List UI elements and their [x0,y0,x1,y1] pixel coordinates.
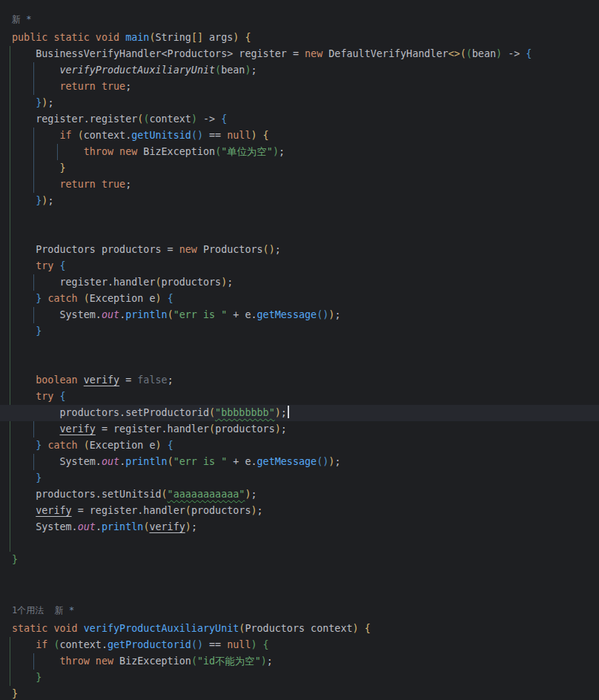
code-token: productors [191,505,251,516]
code-token: verify [84,374,119,386]
code-line[interactable]: } catch (Exception e) { [12,291,599,307]
code-token: + e. [227,456,257,467]
code-token: ; [251,65,257,76]
code-line[interactable]: } [12,470,599,486]
inlay-hint-line[interactable]: 1个用法 新 * [12,601,599,621]
code-line[interactable]: return true; [12,79,599,95]
code-line[interactable]: } catch (Exception e) { [12,438,599,454]
code-token: try [36,260,53,271]
code-token: } [12,326,42,337]
code-line[interactable]: try { [12,389,599,405]
code-line[interactable] [12,209,599,225]
code-token: Exception e [90,293,156,304]
code-token: verifyProductAuxiliaryUnit [60,65,216,76]
code-line[interactable]: } [12,160,599,176]
code-token: ( [168,309,173,320]
code-token: ( [78,130,84,141]
code-token [12,65,60,76]
code-line[interactable] [12,535,599,552]
code-line[interactable]: System.out.println(verify); [12,519,599,535]
code-token: -> [197,113,221,125]
code-token [12,440,36,451]
code-line[interactable]: } [12,670,599,686]
code-line[interactable]: }); [12,193,599,209]
code-token [162,440,168,451]
code-line[interactable]: } [12,552,599,568]
code-line[interactable]: verify = register.handler(productors); [12,421,599,438]
code-token: ; [279,146,285,157]
code-token: ) [275,407,281,418]
code-token: ) [269,244,275,255]
code-line[interactable] [12,340,599,356]
code-token: ( [215,65,221,76]
code-line[interactable]: try { [12,258,599,274]
code-line[interactable] [12,584,599,601]
code-line[interactable]: } [12,323,599,340]
code-editor[interactable]: 新 *public static void main(String[] args… [0,0,599,700]
code-line[interactable]: productors.setUnitsid("aaaaaaaaaaa"); [12,486,599,503]
code-token: System. [12,521,78,532]
code-token: try [36,391,53,402]
code-line[interactable]: verify = register.handler(productors); [12,503,599,519]
code-token: getUnitsid [131,130,191,141]
code-line[interactable]: boolean verify = false; [12,372,599,389]
code-area[interactable]: 新 *public static void main(String[] args… [0,0,599,700]
code-line[interactable]: throw new BizException("单位为空"); [12,144,599,160]
code-token: BusinessVerifyHandler<Productors> regist… [12,48,305,59]
code-token: out [78,521,96,532]
code-token: bean [221,65,245,76]
code-token: register.register [12,113,137,125]
code-token: context. [60,639,108,650]
code-token: ; [125,179,131,190]
inlay-hint-line[interactable]: 新 * [12,10,599,30]
code-token: ( [466,48,472,59]
code-line[interactable] [12,568,599,584]
code-line[interactable]: register.handler(productors); [12,274,599,291]
code-line[interactable] [12,225,599,242]
code-line[interactable]: if (context.getUnitsid() == null) { [12,128,599,144]
code-token: if [60,130,72,141]
code-line[interactable]: Productors productors = new Productors()… [12,242,599,258]
code-line[interactable]: verifyProductAuxiliaryUnit(bean); [12,62,599,79]
code-token: verify [36,505,71,516]
code-token: + e. [227,309,257,320]
code-token: ; [275,244,281,255]
code-token: ( [168,456,173,467]
code-line[interactable]: throw new BizException("id不能为空"); [12,653,599,670]
code-line[interactable]: System.out.println("err is " + e.getMess… [12,307,599,323]
code-token [78,293,84,304]
code-token: null [227,130,251,141]
code-token: out [102,309,119,320]
code-token: { [168,440,173,451]
code-line[interactable]: productors.setProductorid("bbbbbbbb"); [0,405,599,421]
code-token: ) [197,130,203,141]
code-token: ( [185,505,191,516]
code-token: return true [60,179,126,190]
code-token: System. [12,456,102,467]
code-token [12,656,60,667]
code-line[interactable]: if (context.getProductorid() == null) { [12,637,599,653]
code-line[interactable]: public static void main(String[] args) { [12,30,599,46]
code-token: println [125,309,167,320]
code-line[interactable]: static void verifyProductAuxiliaryUnit(P… [12,621,599,637]
code-token: ( [84,440,90,451]
code-token: BizException [113,656,191,667]
code-line[interactable]: System.out.println("err is " + e.getMess… [12,454,599,470]
code-token: . [96,521,102,532]
code-line[interactable]: } [12,686,599,700]
code-token: ( [162,489,168,500]
code-line[interactable]: register.register((context) -> { [12,111,599,128]
code-token: verify [60,423,96,435]
code-token: productors.setProductorid [12,407,209,418]
code-token: ; [191,521,197,532]
code-line[interactable]: }); [12,95,599,111]
code-token: context [149,113,191,125]
code-token: "单位为空" [221,146,273,157]
code-line[interactable] [12,356,599,372]
code-line[interactable]: return true; [12,176,599,193]
code-token [12,293,36,304]
code-line[interactable]: BusinessVerifyHandler<Productors> regist… [12,46,599,62]
code-token: BizException [137,146,215,157]
code-token: register.handler [12,277,155,288]
code-token: Productors productors = [12,244,179,255]
